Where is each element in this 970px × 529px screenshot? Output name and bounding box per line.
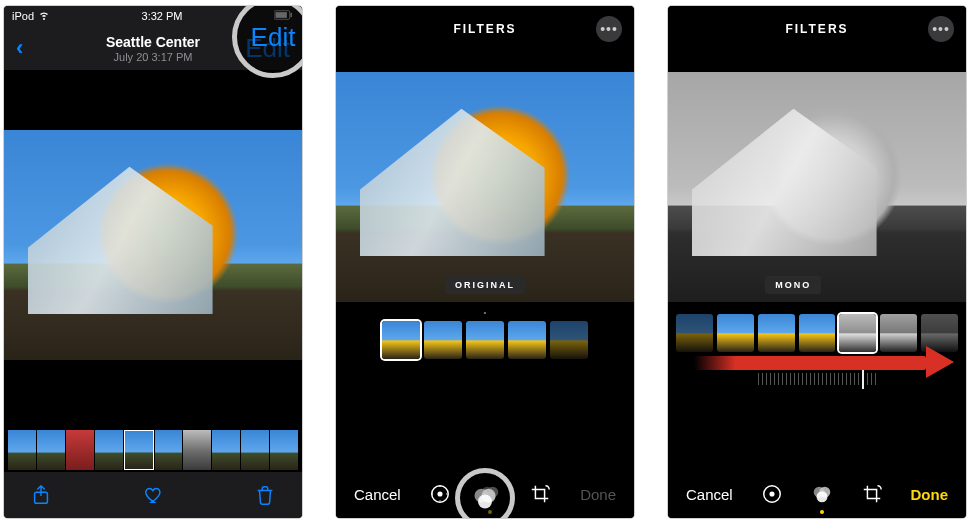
filmstrip-thumb[interactable] bbox=[155, 430, 183, 470]
filter-thumb[interactable] bbox=[799, 314, 836, 352]
edited-photo[interactable]: MONO bbox=[668, 72, 966, 302]
cancel-button[interactable]: Cancel bbox=[686, 486, 733, 503]
intensity-slider[interactable] bbox=[668, 366, 966, 392]
crop-icon[interactable] bbox=[860, 482, 884, 506]
edit-button[interactable]: Edit bbox=[245, 33, 290, 64]
filmstrip-thumb[interactable] bbox=[241, 430, 269, 470]
edit-mode-icons bbox=[760, 482, 884, 506]
bottom-toolbar bbox=[4, 472, 302, 518]
filter-thumb-original[interactable] bbox=[382, 321, 420, 359]
photo-content bbox=[4, 130, 302, 360]
filmstrip-thumb[interactable] bbox=[66, 430, 94, 470]
back-chevron-icon[interactable]: ‹ bbox=[16, 35, 23, 61]
filters-icon[interactable] bbox=[478, 482, 502, 506]
header-title: FILTERS bbox=[785, 22, 848, 36]
edit-toolbar: Cancel Done bbox=[668, 470, 966, 518]
svg-point-5 bbox=[439, 492, 443, 496]
edit-mode-icons bbox=[428, 482, 552, 506]
nav-bar: ‹ Seattle Center July 20 3:17 PM Edit bbox=[4, 26, 302, 70]
filmstrip-thumb[interactable] bbox=[270, 430, 298, 470]
more-icon[interactable]: ••• bbox=[596, 16, 622, 42]
header-title: FILTERS bbox=[453, 22, 516, 36]
adjust-icon[interactable] bbox=[428, 482, 452, 506]
screen-edit-filters-original: FILTERS ••• ORIGINAL • Cancel Done bbox=[336, 6, 634, 518]
edited-photo[interactable]: ORIGINAL bbox=[336, 72, 634, 302]
done-button[interactable]: Done bbox=[580, 486, 616, 503]
filmstrip-thumb[interactable] bbox=[183, 430, 211, 470]
svg-point-16 bbox=[816, 491, 827, 502]
edit-header: FILTERS ••• bbox=[336, 6, 634, 52]
filter-thumb[interactable] bbox=[758, 314, 795, 352]
adjust-icon[interactable] bbox=[760, 482, 784, 506]
svg-rect-1 bbox=[275, 12, 286, 18]
screen-edit-filters-mono: FILTERS ••• MONO Cancel bbox=[668, 6, 966, 518]
filter-thumb[interactable] bbox=[550, 321, 588, 359]
wifi-icon bbox=[38, 9, 50, 23]
location-title: Seattle Center bbox=[106, 34, 200, 50]
heart-icon[interactable] bbox=[140, 482, 166, 508]
filter-thumb-row[interactable] bbox=[336, 321, 634, 359]
share-icon[interactable] bbox=[28, 482, 54, 508]
edit-toolbar: Cancel Done bbox=[336, 470, 634, 518]
filmstrip-thumb[interactable] bbox=[8, 430, 36, 470]
crop-icon[interactable] bbox=[528, 482, 552, 506]
filmstrip-thumb[interactable] bbox=[95, 430, 123, 470]
page-dot: • bbox=[336, 308, 634, 317]
svg-point-13 bbox=[770, 492, 774, 496]
filter-thumb[interactable] bbox=[466, 321, 504, 359]
device-label: iPod bbox=[12, 10, 34, 22]
trash-icon[interactable] bbox=[252, 482, 278, 508]
edit-header: FILTERS ••• bbox=[668, 6, 966, 52]
filmstrip-thumb-selected[interactable] bbox=[124, 430, 154, 470]
status-bar: iPod 3:32 PM bbox=[4, 6, 302, 26]
cancel-button[interactable]: Cancel bbox=[354, 486, 401, 503]
filmstrip[interactable] bbox=[4, 430, 302, 470]
clock: 3:32 PM bbox=[142, 10, 183, 22]
slider-handle[interactable] bbox=[862, 369, 864, 389]
filter-thumb[interactable] bbox=[424, 321, 462, 359]
screen-photo-detail: iPod 3:32 PM ‹ Seattle Center July 20 3:… bbox=[4, 6, 302, 518]
more-icon[interactable]: ••• bbox=[928, 16, 954, 42]
svg-point-8 bbox=[485, 491, 496, 502]
filter-thumb[interactable] bbox=[508, 321, 546, 359]
battery-icon bbox=[274, 10, 294, 22]
filter-thumb-row[interactable] bbox=[668, 314, 966, 352]
filter-thumb-mono[interactable] bbox=[839, 314, 876, 352]
filters-icon[interactable] bbox=[810, 482, 834, 506]
filter-thumb[interactable] bbox=[921, 314, 958, 352]
filter-thumb[interactable] bbox=[880, 314, 917, 352]
filter-badge: ORIGINAL bbox=[445, 276, 525, 294]
filter-thumb[interactable] bbox=[717, 314, 754, 352]
main-photo[interactable] bbox=[4, 130, 302, 360]
svg-rect-2 bbox=[290, 13, 291, 17]
photo-content bbox=[668, 72, 966, 302]
photo-content bbox=[336, 72, 634, 302]
filmstrip-thumb[interactable] bbox=[212, 430, 240, 470]
filter-thumb[interactable] bbox=[676, 314, 713, 352]
done-button[interactable]: Done bbox=[910, 486, 948, 503]
filter-badge: MONO bbox=[765, 276, 821, 294]
nav-title-block: Seattle Center July 20 3:17 PM bbox=[106, 34, 200, 63]
photo-timestamp: July 20 3:17 PM bbox=[106, 51, 200, 63]
filmstrip-thumb[interactable] bbox=[37, 430, 65, 470]
